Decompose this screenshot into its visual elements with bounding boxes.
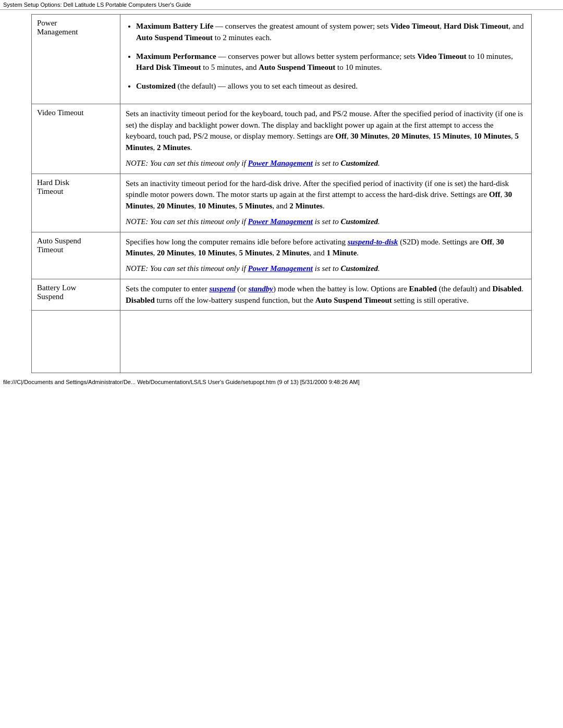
- list-item: Maximum Performance — conserves power bu…: [136, 51, 526, 74]
- content-cell: Maximum Battery Life — conserves the gre…: [120, 15, 532, 104]
- label-cell: Hard Disk Timeout: [32, 174, 120, 232]
- content-cell: Sets an inactivity timeout period for th…: [120, 104, 532, 174]
- content-cell: Sets an inactivity timeout period for th…: [120, 174, 532, 232]
- note-paragraph: NOTE: You can set this timeout only if P…: [126, 216, 526, 228]
- note-paragraph: NOTE: You can set this timeout only if P…: [126, 158, 526, 169]
- label-cell: Video Timeout: [32, 104, 120, 174]
- suspend-to-disk-link[interactable]: suspend-to-disk: [348, 238, 398, 246]
- table-row: Power ManagementMaximum Battery Life — c…: [32, 15, 532, 104]
- main-paragraph: Sets an inactivity timeout period for th…: [126, 178, 526, 212]
- table-row-empty: [32, 311, 532, 373]
- footer-text: file:///C|/Documents and Settings/Admini…: [3, 379, 359, 385]
- suspend-link[interactable]: suspend: [209, 285, 235, 293]
- content-cell: Sets the computer to enter suspend (or s…: [120, 279, 532, 311]
- empty-cell: [120, 311, 532, 373]
- power-management-link[interactable]: Power Management: [248, 159, 313, 167]
- label-cell: Battery Low Suspend: [32, 279, 120, 311]
- main-paragraph: Specifies how long the computer remains …: [126, 237, 526, 260]
- label-cell: Power Management: [32, 15, 120, 104]
- standby-link[interactable]: standby: [248, 285, 273, 293]
- main-table: Power ManagementMaximum Battery Life — c…: [31, 14, 532, 373]
- title-text: System Setup Options: Dell Latitude LS P…: [3, 2, 191, 8]
- content-cell: Specifies how long the computer remains …: [120, 232, 532, 279]
- empty-cell: [32, 311, 120, 373]
- table-row: Hard Disk TimeoutSets an inactivity time…: [32, 174, 532, 232]
- title-bar: System Setup Options: Dell Latitude LS P…: [0, 0, 563, 10]
- power-management-link[interactable]: Power Management: [248, 217, 313, 226]
- power-management-link[interactable]: Power Management: [248, 264, 313, 273]
- table-row: Auto Suspend TimeoutSpecifies how long t…: [32, 232, 532, 279]
- main-paragraph: Sets an inactivity timeout period for th…: [126, 108, 526, 154]
- list-item: Customized (the default) — allows you to…: [136, 81, 526, 92]
- footer-bar: file:///C|/Documents and Settings/Admini…: [0, 377, 563, 387]
- label-cell: Auto Suspend Timeout: [32, 232, 120, 279]
- main-paragraph: Sets the computer to enter suspend (or s…: [126, 283, 526, 306]
- note-paragraph: NOTE: You can set this timeout only if P…: [126, 263, 526, 275]
- list-item: Maximum Battery Life — conserves the gre…: [136, 21, 526, 44]
- table-row: Battery Low SuspendSets the computer to …: [32, 279, 532, 311]
- table-row: Video TimeoutSets an inactivity timeout …: [32, 104, 532, 174]
